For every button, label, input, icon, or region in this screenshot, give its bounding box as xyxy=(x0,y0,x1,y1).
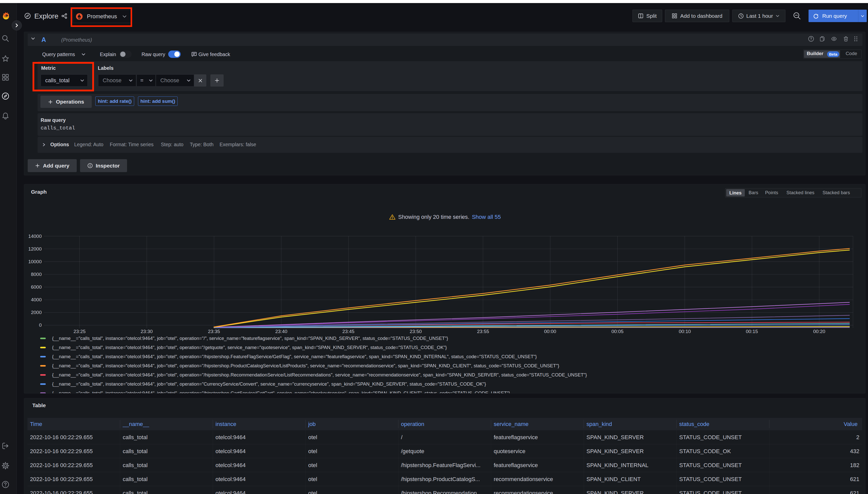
svg-text:00:10: 00:10 xyxy=(679,329,691,334)
svg-text:14000: 14000 xyxy=(28,233,42,239)
svg-text:00:05: 00:05 xyxy=(611,329,623,334)
svg-text:6000: 6000 xyxy=(31,284,42,290)
svg-text:2000: 2000 xyxy=(31,310,42,315)
svg-text:23:50: 23:50 xyxy=(410,329,422,334)
svg-text:23:45: 23:45 xyxy=(342,329,355,334)
svg-text:0: 0 xyxy=(39,322,42,328)
svg-text:10000: 10000 xyxy=(28,259,42,264)
svg-text:12000: 12000 xyxy=(28,246,42,251)
svg-text:23:25: 23:25 xyxy=(73,329,86,334)
svg-text:23:55: 23:55 xyxy=(477,329,489,334)
svg-text:00:00: 00:00 xyxy=(544,329,556,334)
svg-text:00:20: 00:20 xyxy=(813,329,825,334)
svg-text:23:30: 23:30 xyxy=(141,329,153,334)
svg-text:23:35: 23:35 xyxy=(208,329,220,334)
svg-text:8000: 8000 xyxy=(31,272,42,277)
svg-text:23:40: 23:40 xyxy=(275,329,287,334)
svg-text:00:15: 00:15 xyxy=(746,329,758,334)
svg-text:4000: 4000 xyxy=(31,297,42,302)
